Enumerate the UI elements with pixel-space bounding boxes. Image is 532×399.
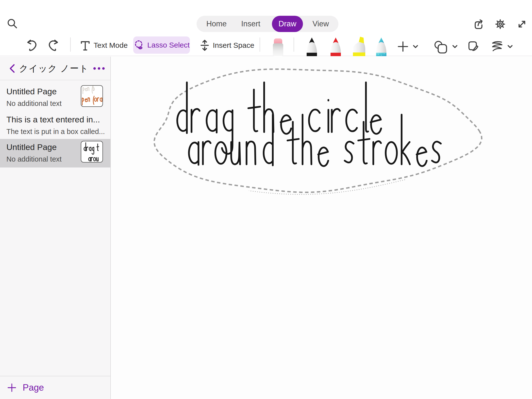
eraser-tool[interactable] [272,38,284,56]
page-thumbnail [81,85,103,107]
chevron-down-icon [452,44,458,49]
plus-icon [7,383,17,393]
insert-space-icon [199,40,210,51]
page-thumbnail-ink [81,141,102,162]
add-page-button[interactable]: Page [0,376,110,399]
page-thumbnail-ink [81,86,102,106]
search-icon [6,18,18,30]
page-title: Untitled Page [6,87,57,96]
insert-space-button[interactable]: Insert Space [199,37,254,54]
draw-ribbon: Text Mode Lasso Select Insert Space [0,32,532,56]
insert-space-label: Insert Space [213,41,254,50]
pen-red-icon [329,35,342,56]
fullscreen-button[interactable] [516,18,528,30]
pen-black[interactable] [305,35,318,56]
page-thumbnail [81,141,103,163]
ink-effects-squiggle-icon [490,40,503,53]
page-title: Untitled Page [6,142,57,152]
top-right-actions [473,18,528,30]
pen-black-icon [305,35,318,56]
highlighter-yellow-icon [351,35,366,56]
page-list-item[interactable]: Untitled Page No additional text [0,83,110,111]
lasso-select-button[interactable]: Lasso Select [133,36,190,54]
ribbon-tab-bar: Home Insert Draw View [197,16,338,32]
lasso-select-label: Lasso Select [147,41,190,49]
note-canvas[interactable] [111,57,532,399]
section-menu-button[interactable] [92,63,106,74]
expand-icon [516,18,528,30]
page-title: This is a text entered in... [6,115,100,124]
pen-teal-icon [375,35,388,56]
text-mode-button[interactable]: Text Mode [79,37,128,54]
tab-home-label: Home [206,19,227,28]
chevron-down-icon [507,44,513,49]
text-mode-icon [79,40,91,51]
tab-insert[interactable]: Insert [235,16,267,32]
ink-annotation-icon [467,40,480,53]
page-list-item[interactable]: This is a text entered in... The text is… [0,111,110,139]
redo-icon [48,39,60,51]
tab-home[interactable]: Home [200,16,233,32]
shapes-chevron[interactable] [452,44,458,49]
tab-view[interactable]: View [306,16,335,32]
add-pen-button[interactable] [397,41,409,52]
sidebar-header: クイック ノート [0,57,110,80]
ribbon-divider [260,37,260,52]
ribbon-divider [294,37,294,52]
ink-effects-chevron[interactable] [507,44,513,49]
search-button[interactable] [6,18,18,30]
plus-icon [397,41,409,52]
share-button[interactable] [473,18,484,30]
ink-annotation-button[interactable] [467,40,480,53]
undo-button[interactable] [26,39,37,51]
page-subtitle: No additional text [6,100,62,108]
tab-draw[interactable]: Draw [272,16,303,32]
page-subtitle: No additional text [6,155,62,163]
ink-strokes-layer[interactable] [111,57,532,399]
onenote-app: Home Insert Draw View [0,0,532,399]
text-mode-label: Text Mode [94,41,128,50]
ink-effects-button[interactable] [490,40,503,53]
add-page-label: Page [23,382,44,393]
pen-teal[interactable] [375,35,388,56]
ellipsis-icon [92,63,106,74]
lasso-icon [133,39,144,51]
undo-icon [26,39,37,51]
tab-insert-label: Insert [241,19,260,28]
settings-gear-icon [495,18,506,30]
tab-view-label: View [313,19,329,28]
redo-button[interactable] [48,39,60,51]
page-list-sidebar: クイック ノート Untitled Page No additional tex… [0,57,111,399]
chevron-down-icon [412,44,419,49]
back-chevron-icon [7,63,18,74]
ribbon-divider [70,37,71,52]
shapes-button[interactable] [433,40,448,54]
settings-button[interactable] [495,18,506,30]
page-list-item-selected[interactable]: Untitled Page No additional text [0,139,110,167]
eraser-icon [272,38,284,56]
back-button[interactable] [7,63,18,74]
tab-draw-label: Draw [279,19,296,28]
pen-gallery-chevron[interactable] [412,44,419,49]
shapes-icon [433,40,448,54]
page-subtitle: The text is put in a box called... [6,128,105,136]
notebook-section-title: クイック ノート [17,57,91,80]
highlighter-yellow[interactable] [351,35,366,56]
pen-red[interactable] [329,35,342,56]
share-icon [473,18,484,30]
